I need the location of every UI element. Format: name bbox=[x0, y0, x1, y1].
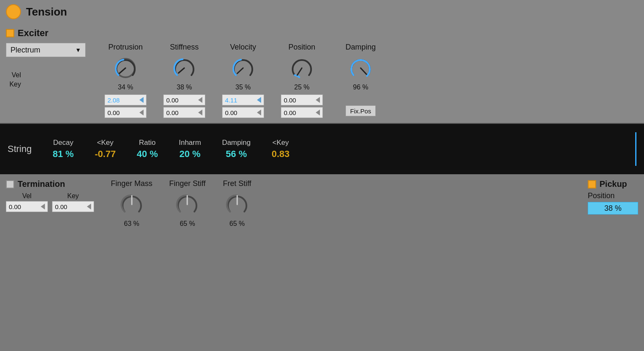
termination-header: Termination bbox=[6, 179, 94, 189]
velocity-vel-field[interactable]: 4.11 bbox=[222, 94, 264, 105]
vel-key-rows: Vel Key bbox=[6, 71, 90, 88]
termination-key-arrow bbox=[87, 204, 91, 210]
position-label: Position bbox=[288, 43, 315, 52]
termination-enable-checkbox[interactable] bbox=[6, 180, 14, 189]
string-key2-value: 0.83 bbox=[272, 149, 290, 160]
dropdown-container: Plectrum ▼ bbox=[6, 43, 90, 57]
protrusion-key-arrow bbox=[139, 110, 144, 115]
bottom-section: Termination Vel 0.00 Key 0.00 bbox=[0, 174, 644, 234]
protrusion-value: 34 % bbox=[118, 84, 133, 91]
finger-mass-label: Finger Mass bbox=[111, 179, 152, 188]
protrusion-vel-key: 2.08 0.00 bbox=[105, 94, 147, 118]
string-damping-value: 56 % bbox=[226, 149, 247, 160]
protrusion-vel-arrow bbox=[139, 97, 144, 103]
fret-stiff-knob[interactable] bbox=[223, 190, 252, 219]
termination-key-field[interactable]: 0.00 bbox=[52, 201, 94, 212]
position-value: 25 % bbox=[294, 84, 309, 91]
protrusion-vel-value: 2.08 bbox=[107, 97, 120, 104]
exciter-type-dropdown[interactable]: Plectrum ▼ bbox=[6, 43, 86, 57]
string-decay-label: Decay bbox=[53, 139, 73, 147]
finger-mass-knob[interactable] bbox=[117, 190, 147, 219]
position-vel-field[interactable]: 0.00 bbox=[281, 94, 323, 105]
dropdown-value: Plectrum bbox=[10, 46, 40, 55]
protrusion-vel-field[interactable]: 2.08 bbox=[105, 94, 147, 105]
termination-vel-group: Vel 0.00 bbox=[6, 192, 48, 212]
velocity-key-value: 0.00 bbox=[225, 109, 237, 116]
svg-line-1 bbox=[119, 68, 126, 73]
position-vel-arrow bbox=[316, 97, 320, 103]
string-damping-col: Damping 56 % bbox=[222, 139, 251, 160]
position-key-field[interactable]: 0.00 bbox=[281, 107, 323, 118]
position-column: Position 25 % 0.00 bbox=[275, 43, 329, 118]
velocity-key-field[interactable]: 0.00 bbox=[222, 107, 264, 118]
finger-stiff-value: 65 % bbox=[180, 220, 195, 228]
plugin-title: Tension bbox=[26, 5, 67, 18]
stiffness-key-value: 0.00 bbox=[166, 109, 178, 116]
damping-knob[interactable] bbox=[346, 53, 375, 83]
position-key-value: 0.00 bbox=[284, 109, 296, 116]
string-divider bbox=[635, 132, 636, 166]
pickup-enable-checkbox[interactable] bbox=[588, 180, 596, 189]
string-decay-col: Decay 81 % bbox=[52, 139, 73, 160]
termination-column: Termination Vel 0.00 Key 0.00 bbox=[6, 179, 94, 212]
stiffness-knob[interactable] bbox=[170, 53, 199, 83]
stiffness-value: 38 % bbox=[177, 84, 192, 91]
fix-pos-button[interactable]: Fix.Pos bbox=[346, 105, 376, 116]
chevron-down-icon: ▼ bbox=[75, 47, 81, 53]
position-vel-key: 0.00 0.00 bbox=[281, 94, 323, 118]
exciter-header: Exciter bbox=[6, 28, 638, 39]
protrusion-label: Protrusion bbox=[108, 43, 143, 52]
exciter-label: Exciter bbox=[18, 28, 48, 39]
string-ratio-col: Ratio 40 % bbox=[137, 139, 158, 160]
protrusion-knob[interactable] bbox=[111, 53, 140, 83]
termination-key-value: 0.00 bbox=[55, 203, 67, 210]
stiffness-vel-arrow bbox=[198, 97, 202, 103]
string-inharm-col: Inharm 20 % bbox=[179, 139, 201, 160]
velocity-label: Velocity bbox=[230, 43, 256, 52]
position-knob[interactable] bbox=[287, 53, 317, 83]
exciter-section: Exciter Plectrum ▼ Vel Key bbox=[0, 24, 644, 124]
pickup-position-field[interactable]: 38 % bbox=[588, 202, 638, 215]
finger-mass-value: 63 % bbox=[124, 220, 139, 228]
termination-key-label: Key bbox=[67, 192, 79, 200]
string-key1-value: -0.77 bbox=[95, 149, 116, 160]
string-ratio-label: Ratio bbox=[139, 139, 156, 147]
pickup-position-label: Position bbox=[588, 191, 638, 200]
position-key-arrow bbox=[316, 110, 320, 115]
velocity-vel-key: 4.11 0.00 bbox=[222, 94, 264, 118]
string-key1-label: <Key bbox=[97, 139, 113, 147]
stiffness-label: Stiffness bbox=[170, 43, 199, 52]
velocity-knob[interactable] bbox=[228, 53, 258, 83]
termination-vel-field[interactable]: 0.00 bbox=[6, 201, 48, 212]
pickup-position-value: 38 % bbox=[604, 204, 621, 213]
pickup-column: Pickup Position 38 % bbox=[588, 179, 638, 215]
finger-mass-column: Finger Mass 63 % bbox=[111, 179, 152, 229]
stiffness-vel-field[interactable]: 0.00 bbox=[163, 94, 205, 105]
velocity-key-arrow bbox=[257, 110, 261, 115]
exciter-enable-checkbox[interactable] bbox=[6, 29, 14, 37]
pickup-header: Pickup bbox=[588, 179, 638, 189]
termination-vel-label: Vel bbox=[22, 192, 31, 200]
velocity-vel-value: 4.11 bbox=[225, 97, 237, 104]
stiffness-key-field[interactable]: 0.00 bbox=[163, 107, 205, 118]
vel-label-row: Vel bbox=[6, 71, 90, 79]
svg-line-3 bbox=[237, 68, 243, 73]
string-ratio-value: 40 % bbox=[137, 149, 158, 160]
stiffness-vel-key: 0.00 0.00 bbox=[163, 94, 205, 118]
exciter-left: Plectrum ▼ Vel Key bbox=[6, 43, 90, 88]
svg-line-5 bbox=[361, 68, 367, 74]
svg-line-4 bbox=[297, 68, 302, 75]
exciter-columns: Plectrum ▼ Vel Key Protrusion bbox=[6, 43, 638, 118]
damping-column: Damping 96 % Fix.Pos bbox=[333, 43, 388, 116]
finger-stiff-column: Finger Stiff 65 % bbox=[169, 179, 206, 229]
finger-stiff-label: Finger Stiff bbox=[169, 179, 206, 188]
key-row-label: Key bbox=[6, 81, 21, 88]
finger-stiff-knob[interactable] bbox=[173, 190, 202, 219]
position-vel-value: 0.00 bbox=[284, 97, 296, 104]
svg-line-2 bbox=[178, 68, 184, 73]
fret-stiff-label: Fret Stiff bbox=[223, 179, 251, 188]
string-section: String Decay 81 % <Key -0.77 Ratio 40 % … bbox=[0, 124, 644, 174]
protrusion-key-field[interactable]: 0.00 bbox=[105, 107, 147, 118]
string-key2-label: <Key bbox=[272, 139, 289, 147]
stiffness-key-arrow bbox=[198, 110, 202, 115]
